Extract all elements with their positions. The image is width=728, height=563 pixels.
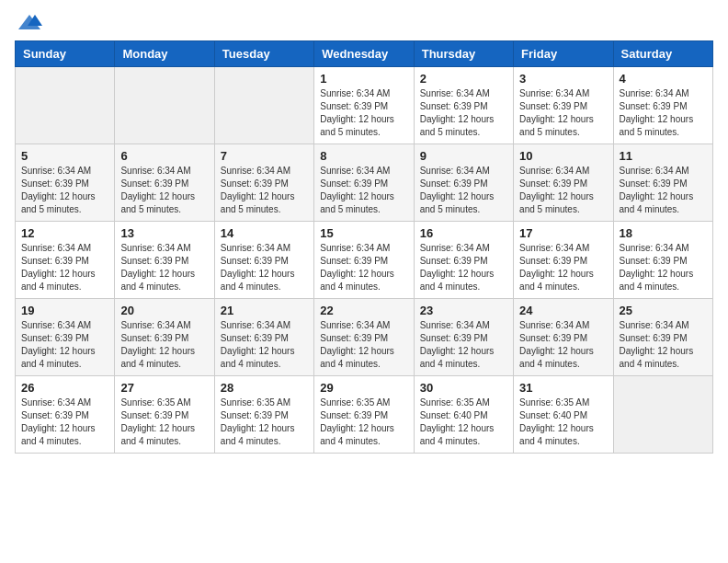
day-number: 23 (420, 304, 507, 317)
day-number: 26 (21, 381, 108, 395)
calendar-cell: 15Sunrise: 6:34 AM Sunset: 6:39 PM Dayli… (314, 222, 414, 299)
day-info: Sunrise: 6:34 AM Sunset: 6:39 PM Dayligh… (620, 319, 707, 371)
calendar-cell: 14Sunrise: 6:34 AM Sunset: 6:39 PM Dayli… (214, 222, 313, 299)
calendar-weekday-header: Tuesday (214, 41, 313, 67)
day-info: Sunrise: 6:35 AM Sunset: 6:39 PM Dayligh… (221, 396, 308, 448)
day-info: Sunrise: 6:34 AM Sunset: 6:39 PM Dayligh… (21, 319, 108, 371)
calendar-weekday-header: Friday (514, 41, 613, 67)
day-number: 10 (519, 149, 607, 163)
calendar-cell: 18Sunrise: 6:34 AM Sunset: 6:39 PM Dayli… (613, 222, 712, 299)
day-info: Sunrise: 6:34 AM Sunset: 6:39 PM Dayligh… (320, 165, 407, 216)
day-number: 27 (120, 381, 208, 395)
day-number: 28 (221, 381, 308, 395)
day-number: 3 (519, 72, 607, 86)
calendar-cell: 11Sunrise: 6:34 AM Sunset: 6:39 PM Dayli… (613, 144, 712, 222)
day-info: Sunrise: 6:34 AM Sunset: 6:39 PM Dayligh… (221, 319, 308, 371)
day-info: Sunrise: 6:34 AM Sunset: 6:39 PM Dayligh… (221, 242, 308, 293)
calendar-cell: 4Sunrise: 6:34 AM Sunset: 6:39 PM Daylig… (613, 67, 712, 144)
day-number: 13 (120, 226, 208, 240)
day-info: Sunrise: 6:34 AM Sunset: 6:39 PM Dayligh… (420, 87, 507, 139)
day-info: Sunrise: 6:35 AM Sunset: 6:40 PM Dayligh… (519, 396, 607, 448)
calendar-cell: 19Sunrise: 6:34 AM Sunset: 6:39 PM Dayli… (16, 299, 115, 376)
calendar-cell: 27Sunrise: 6:35 AM Sunset: 6:39 PM Dayli… (115, 376, 214, 454)
day-info: Sunrise: 6:34 AM Sunset: 6:39 PM Dayligh… (620, 165, 707, 216)
day-info: Sunrise: 6:34 AM Sunset: 6:39 PM Dayligh… (221, 165, 308, 216)
calendar-cell: 3Sunrise: 6:34 AM Sunset: 6:39 PM Daylig… (514, 67, 613, 144)
calendar-cell: 22Sunrise: 6:34 AM Sunset: 6:39 PM Dayli… (314, 299, 414, 376)
day-info: Sunrise: 6:34 AM Sunset: 6:39 PM Dayligh… (620, 242, 707, 293)
calendar-week-row: 1Sunrise: 6:34 AM Sunset: 6:39 PM Daylig… (16, 67, 713, 144)
calendar-weekday-header: Wednesday (314, 41, 414, 67)
day-info: Sunrise: 6:34 AM Sunset: 6:39 PM Dayligh… (519, 165, 607, 216)
day-info: Sunrise: 6:34 AM Sunset: 6:39 PM Dayligh… (519, 242, 607, 293)
day-info: Sunrise: 6:34 AM Sunset: 6:39 PM Dayligh… (120, 319, 208, 371)
day-number: 22 (320, 304, 407, 317)
calendar-cell: 6Sunrise: 6:34 AM Sunset: 6:39 PM Daylig… (115, 144, 214, 222)
day-number: 2 (420, 72, 507, 86)
day-info: Sunrise: 6:35 AM Sunset: 6:39 PM Dayligh… (320, 396, 407, 448)
calendar-cell: 30Sunrise: 6:35 AM Sunset: 6:40 PM Dayli… (414, 376, 513, 454)
day-number: 14 (221, 226, 308, 240)
day-number: 7 (221, 149, 308, 163)
day-info: Sunrise: 6:34 AM Sunset: 6:39 PM Dayligh… (420, 165, 507, 216)
day-info: Sunrise: 6:34 AM Sunset: 6:39 PM Dayligh… (320, 87, 407, 139)
calendar-cell: 28Sunrise: 6:35 AM Sunset: 6:39 PM Dayli… (214, 376, 313, 454)
day-info: Sunrise: 6:35 AM Sunset: 6:40 PM Dayligh… (420, 396, 507, 448)
calendar-cell: 26Sunrise: 6:34 AM Sunset: 6:39 PM Dayli… (16, 376, 115, 454)
day-number: 20 (120, 304, 208, 317)
day-number: 17 (519, 226, 607, 240)
day-number: 19 (21, 304, 108, 317)
calendar-cell: 9Sunrise: 6:34 AM Sunset: 6:39 PM Daylig… (414, 144, 513, 222)
calendar-table: SundayMondayTuesdayWednesdayThursdayFrid… (15, 40, 713, 454)
day-number: 4 (620, 72, 707, 86)
day-number: 29 (320, 381, 407, 395)
calendar-cell (214, 67, 313, 144)
day-number: 8 (320, 149, 407, 163)
day-number: 21 (221, 304, 308, 317)
day-info: Sunrise: 6:35 AM Sunset: 6:39 PM Dayligh… (120, 396, 208, 448)
day-info: Sunrise: 6:34 AM Sunset: 6:39 PM Dayligh… (320, 319, 407, 371)
day-info: Sunrise: 6:34 AM Sunset: 6:39 PM Dayligh… (120, 165, 208, 216)
day-number: 5 (21, 149, 108, 163)
day-number: 12 (21, 226, 108, 240)
day-info: Sunrise: 6:34 AM Sunset: 6:39 PM Dayligh… (21, 165, 108, 216)
day-info: Sunrise: 6:34 AM Sunset: 6:39 PM Dayligh… (620, 87, 707, 139)
calendar-week-row: 5Sunrise: 6:34 AM Sunset: 6:39 PM Daylig… (16, 144, 713, 222)
calendar-cell: 25Sunrise: 6:34 AM Sunset: 6:39 PM Dayli… (613, 299, 712, 376)
day-number: 16 (420, 226, 507, 240)
calendar-cell: 24Sunrise: 6:34 AM Sunset: 6:39 PM Dayli… (514, 299, 613, 376)
calendar-week-row: 26Sunrise: 6:34 AM Sunset: 6:39 PM Dayli… (16, 376, 713, 454)
calendar-weekday-header: Monday (115, 41, 214, 67)
day-info: Sunrise: 6:34 AM Sunset: 6:39 PM Dayligh… (21, 396, 108, 448)
calendar-cell: 21Sunrise: 6:34 AM Sunset: 6:39 PM Dayli… (214, 299, 313, 376)
day-info: Sunrise: 6:34 AM Sunset: 6:39 PM Dayligh… (420, 319, 507, 371)
calendar-weekday-header: Saturday (613, 41, 712, 67)
day-number: 6 (120, 149, 208, 163)
calendar-weekday-header: Thursday (414, 41, 513, 67)
day-info: Sunrise: 6:34 AM Sunset: 6:39 PM Dayligh… (519, 87, 607, 139)
calendar-cell: 23Sunrise: 6:34 AM Sunset: 6:39 PM Dayli… (414, 299, 513, 376)
day-number: 18 (620, 226, 707, 240)
calendar-cell: 5Sunrise: 6:34 AM Sunset: 6:39 PM Daylig… (16, 144, 115, 222)
calendar-cell: 29Sunrise: 6:35 AM Sunset: 6:39 PM Dayli… (314, 376, 414, 454)
day-number: 31 (519, 381, 607, 395)
calendar-cell: 31Sunrise: 6:35 AM Sunset: 6:40 PM Dayli… (514, 376, 613, 454)
calendar-cell: 10Sunrise: 6:34 AM Sunset: 6:39 PM Dayli… (514, 144, 613, 222)
day-number: 25 (620, 304, 707, 317)
calendar-header-row: SundayMondayTuesdayWednesdayThursdayFrid… (16, 41, 713, 67)
calendar-cell: 16Sunrise: 6:34 AM Sunset: 6:39 PM Dayli… (414, 222, 513, 299)
day-number: 9 (420, 149, 507, 163)
day-number: 24 (519, 304, 607, 317)
calendar-week-row: 19Sunrise: 6:34 AM Sunset: 6:39 PM Dayli… (16, 299, 713, 376)
calendar-weekday-header: Sunday (16, 41, 115, 67)
logo (15, 15, 42, 29)
calendar-cell: 12Sunrise: 6:34 AM Sunset: 6:39 PM Dayli… (16, 222, 115, 299)
calendar-cell: 1Sunrise: 6:34 AM Sunset: 6:39 PM Daylig… (314, 67, 414, 144)
calendar-cell: 2Sunrise: 6:34 AM Sunset: 6:39 PM Daylig… (414, 67, 513, 144)
calendar-cell: 8Sunrise: 6:34 AM Sunset: 6:39 PM Daylig… (314, 144, 414, 222)
calendar-cell: 17Sunrise: 6:34 AM Sunset: 6:39 PM Dayli… (514, 222, 613, 299)
day-info: Sunrise: 6:34 AM Sunset: 6:39 PM Dayligh… (21, 242, 108, 293)
calendar-cell: 13Sunrise: 6:34 AM Sunset: 6:39 PM Dayli… (115, 222, 214, 299)
calendar-cell: 7Sunrise: 6:34 AM Sunset: 6:39 PM Daylig… (214, 144, 313, 222)
day-info: Sunrise: 6:34 AM Sunset: 6:39 PM Dayligh… (120, 242, 208, 293)
